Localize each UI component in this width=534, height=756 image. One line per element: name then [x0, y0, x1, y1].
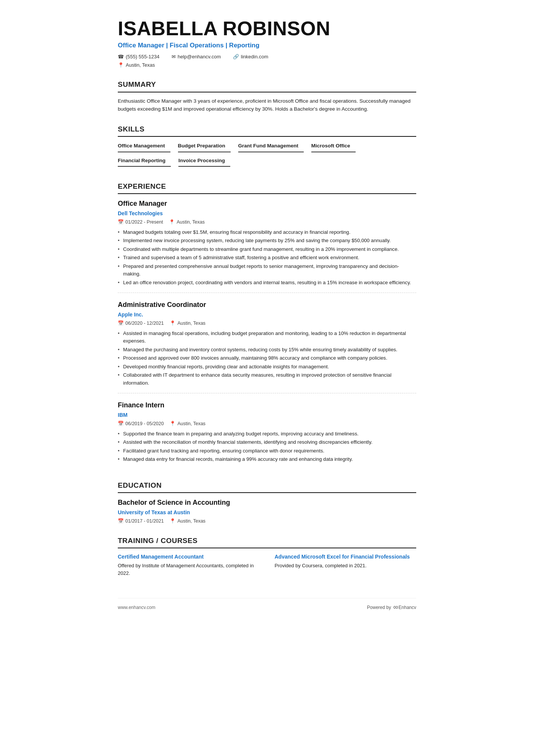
job-title: Administrative Coordinator [118, 300, 416, 310]
skill-item: Microsoft Office [311, 141, 356, 152]
job-bullet: Supported the finance team in preparing … [118, 430, 416, 438]
edu-meta: 📅 01/2017 - 01/2021 📍 Austin, Texas [118, 518, 416, 525]
training-course-desc: Provided by Coursera, completed in 2021. [275, 562, 416, 570]
job-dates: 06/2020 - 12/2021 [125, 320, 164, 327]
footer-logo: Powered by ∞ Enhancv [367, 602, 416, 612]
job-bullet: Managed data entry for financial records… [118, 455, 416, 463]
powered-by-text: Powered by [367, 604, 391, 611]
job-entry: Finance InternIBM 📅 06/2019 - 05/2020 📍 … [118, 400, 416, 470]
job-bullet: Implemented new invoice processing syste… [118, 237, 416, 244]
job-bullet: Facilitated grant fund tracking and repo… [118, 447, 416, 455]
calendar-icon: 📅 [118, 219, 124, 226]
skills-list: Office ManagementBudget PreparationGrant… [118, 141, 416, 171]
skill-item: Budget Preparation [178, 141, 231, 152]
resume-header: ISABELLA ROBINSON Office Manager | Fisca… [118, 18, 416, 69]
calendar-icon: 📅 [118, 420, 124, 427]
job-bullet: Led an office renovation project, coordi… [118, 279, 416, 286]
job-location: Austin, Texas [176, 219, 205, 226]
contact-row: ☎ (555) 555-1234 ✉ help@enhancv.com 🔗 li… [118, 53, 416, 61]
job-bullet: Collaborated with IT department to enhan… [118, 371, 416, 387]
job-meta: 📅 06/2020 - 12/2021 📍 Austin, Texas [118, 320, 416, 327]
job-dates-item: 📅 06/2019 - 05/2020 [118, 420, 164, 427]
job-location-icon: 📍 [169, 219, 175, 226]
phone-value: (555) 555-1234 [126, 53, 159, 61]
skills-section: SKILLS Office ManagementBudget Preparati… [118, 124, 416, 171]
summary-text: Enthusiastic Office Manager with 3 years… [118, 97, 416, 113]
company-name: Dell Technologies [118, 210, 416, 218]
job-bullet: Coordinated with multiple departments to… [118, 246, 416, 253]
candidate-title: Office Manager | Fiscal Operations | Rep… [118, 41, 416, 50]
linkedin-contact: 🔗 linkedin.com [233, 53, 268, 61]
job-location-item: 📍 Austin, Texas [169, 219, 205, 226]
job-location: Austin, Texas [177, 420, 205, 427]
skill-item: Invoice Processing [178, 156, 230, 167]
enhancv-brand: ∞ Enhancv [393, 602, 416, 612]
training-course-title: Advanced Microsoft Excel for Financial P… [275, 553, 416, 561]
job-dates-item: 📅 01/2022 - Present [118, 219, 163, 226]
training-title: TRAINING / COURSES [118, 535, 416, 549]
skills-title: SKILLS [118, 124, 416, 137]
job-bullet: Trained and supervised a team of 5 admin… [118, 254, 416, 261]
education-title: EDUCATION [118, 480, 416, 493]
job-dates: 06/2019 - 05/2020 [125, 420, 164, 427]
job-bullet: Processed and approved over 800 invoices… [118, 354, 416, 362]
job-bullet: Assisted in managing fiscal operations, … [118, 330, 416, 345]
summary-title: SUMMARY [118, 79, 416, 92]
skill-item: Grant Fund Management [238, 141, 304, 152]
job-location-icon: 📍 [170, 320, 176, 327]
experience-section: EXPERIENCE Office ManagerDell Technologi… [118, 181, 416, 470]
experience-title: EXPERIENCE [118, 181, 416, 194]
linkedin-value: linkedin.com [241, 53, 268, 61]
edu-calendar-icon: 📅 [118, 518, 124, 525]
summary-section: SUMMARY Enthusiastic Office Manager with… [118, 79, 416, 113]
job-bullet: Developed monthly financial reports, pro… [118, 363, 416, 371]
training-container: Certified Management AccountantOffered b… [118, 553, 416, 580]
job-bullet: Managed budgets totaling over $1.5M, ens… [118, 229, 416, 236]
edu-degree: Bachelor of Science in Accounting [118, 498, 416, 508]
candidate-name: ISABELLA ROBINSON [118, 18, 416, 39]
phone-icon: ☎ [118, 53, 124, 61]
job-bullets: Supported the finance team in preparing … [118, 430, 416, 463]
phone-contact: ☎ (555) 555-1234 [118, 53, 159, 61]
job-title: Finance Intern [118, 400, 416, 410]
company-name: IBM [118, 411, 416, 419]
edu-dates: 01/2017 - 01/2021 [125, 518, 164, 525]
edu-school: University of Texas at Austin [118, 509, 416, 517]
training-course-title: Certified Management Accountant [118, 553, 259, 561]
job-bullets: Managed budgets totaling over $1.5M, ens… [118, 229, 416, 286]
jobs-container: Office ManagerDell Technologies 📅 01/202… [118, 199, 416, 469]
edu-dates-item: 📅 01/2017 - 01/2021 [118, 518, 164, 525]
enhancv-brand-name: Enhancv [398, 604, 416, 611]
email-contact: ✉ help@enhancv.com [172, 53, 221, 61]
training-course-desc: Offered by Institute of Management Accou… [118, 562, 259, 577]
job-dates: 01/2022 - Present [125, 219, 163, 226]
training-item: Advanced Microsoft Excel for Financial P… [275, 553, 416, 577]
education-section: EDUCATION Bachelor of Science in Account… [118, 480, 416, 525]
company-name: Apple Inc. [118, 311, 416, 319]
job-location-item: 📍 Austin, Texas [170, 420, 205, 427]
job-dates-item: 📅 06/2020 - 12/2021 [118, 320, 164, 327]
job-bullet: Managed the purchasing and inventory con… [118, 346, 416, 354]
job-location: Austin, Texas [177, 320, 205, 327]
skill-item: Office Management [118, 141, 170, 152]
job-entry: Administrative CoordinatorApple Inc. 📅 0… [118, 300, 416, 393]
job-bullet: Assisted with the reconciliation of mont… [118, 438, 416, 446]
job-entry: Office ManagerDell Technologies 📅 01/202… [118, 199, 416, 293]
location-row: 📍 Austin, Texas [118, 61, 416, 69]
edu-location-icon: 📍 [170, 518, 176, 525]
linkedin-icon: 🔗 [233, 53, 239, 61]
job-bullet: Prepared and presented comprehensive ann… [118, 263, 416, 278]
calendar-icon: 📅 [118, 320, 124, 327]
job-bullets: Assisted in managing fiscal operations, … [118, 330, 416, 387]
location-icon: 📍 [118, 61, 124, 69]
job-title: Office Manager [118, 199, 416, 209]
job-location-item: 📍 Austin, Texas [170, 320, 205, 327]
job-meta: 📅 06/2019 - 05/2020 📍 Austin, Texas [118, 420, 416, 427]
training-section: TRAINING / COURSES Certified Management … [118, 535, 416, 580]
footer: www.enhancv.com Powered by ∞ Enhancv [118, 598, 416, 612]
edu-location: Austin, Texas [177, 518, 205, 525]
email-icon: ✉ [172, 53, 176, 61]
job-location-icon: 📍 [170, 420, 176, 427]
enhancv-logo-symbol: ∞ [393, 602, 397, 612]
job-meta: 📅 01/2022 - Present 📍 Austin, Texas [118, 219, 416, 226]
